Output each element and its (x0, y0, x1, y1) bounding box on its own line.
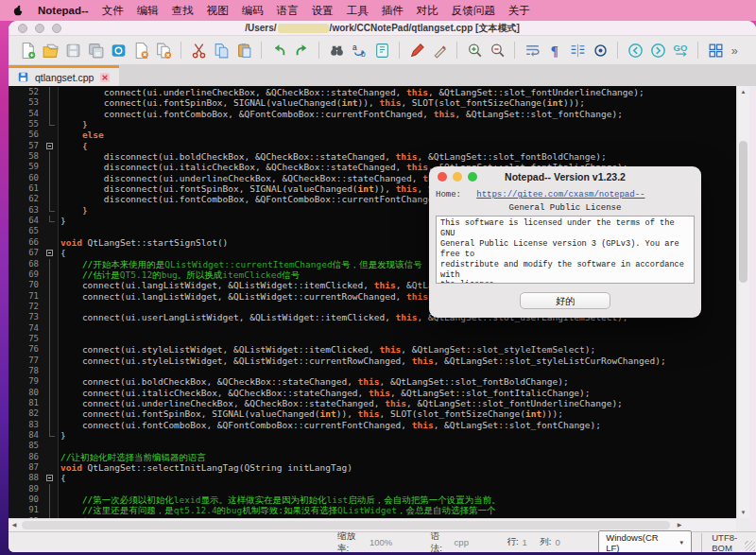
code-line-58[interactable]: 58 disconnect(ui.boldCheckBox, &QCheckBo… (9, 151, 736, 162)
code-line-57[interactable]: 57 { (9, 141, 736, 151)
code-line-85[interactable]: 85 (9, 441, 736, 451)
copy-icon[interactable] (213, 42, 231, 60)
window-title-mode: [文本模式] (472, 22, 519, 35)
code-line-83[interactable]: 83 connect(ui.fontComboBox, &QFontComboB… (9, 420, 736, 430)
show-symbol-icon[interactable]: ¶ (546, 42, 564, 60)
menu-item-11[interactable]: 反馈问题 (452, 4, 495, 18)
scroll-up-icon[interactable]: ▲ (737, 87, 749, 96)
fold-marker-icon[interactable] (43, 248, 59, 258)
close-button[interactable] (18, 24, 27, 33)
scroll-left-icon[interactable]: ◀ (9, 519, 20, 531)
code-line-90[interactable]: 90 //第一次必须以初始化lexid显示。这样做实在是因为初始化list启动后… (9, 494, 736, 505)
code-line-56[interactable]: 56 else (9, 130, 736, 140)
code-line-76[interactable]: 76 connect(ui.styleListWidget, &QListWid… (9, 344, 736, 355)
menu-item-12[interactable]: 关于 (508, 4, 530, 18)
window-title: /Users/ /work/CCNotePad/qtlangset.cpp [文… (245, 22, 520, 35)
line-number: 63 (9, 205, 43, 216)
code-line-89[interactable]: 89 (9, 484, 736, 494)
fold-guide (43, 237, 59, 248)
code-line-91[interactable]: 91 //这里还是有问题，是qt5.12.4的bug机制导致:如果没有选择QLi… (9, 505, 736, 515)
close-all-icon[interactable] (155, 42, 173, 60)
code-line-79[interactable]: 79 connect(ui.boldCheckBox, &QCheckBox::… (9, 376, 736, 387)
forward-icon[interactable] (649, 42, 667, 60)
code-line-77[interactable]: 77 connect(ui.styleListWidget, &QListWid… (9, 356, 736, 366)
menu-item-6[interactable]: 语言 (277, 4, 299, 18)
window-title-bar[interactable]: /Users/ /work/CCNotePad/qtlangset.cpp [文… (9, 21, 756, 36)
undo-icon[interactable] (270, 42, 288, 60)
zoom-out-icon[interactable] (489, 42, 507, 60)
find-icon[interactable] (328, 42, 346, 60)
fold-marker-icon[interactable] (43, 473, 59, 483)
code-line-86[interactable]: 86//让初始化时选择当前编辑器的语言 (9, 452, 736, 462)
tab-qtlangset[interactable]: qtlangset.cpp (9, 65, 119, 86)
eol-select[interactable]: Windows(CR LF) ▼ (598, 530, 692, 553)
code-line-88[interactable]: 88{ (9, 473, 736, 483)
indent-guide-icon[interactable] (569, 42, 587, 60)
menu-item-8[interactable]: 工具 (347, 4, 369, 18)
tab-close-icon[interactable] (99, 72, 111, 83)
replace-icon[interactable]: ab (351, 42, 369, 60)
ok-button[interactable]: 好的 (520, 292, 610, 309)
menu-item-10[interactable]: 对比 (417, 4, 438, 18)
menu-item-2[interactable]: 编辑 (137, 4, 159, 18)
cut-icon[interactable] (190, 42, 208, 60)
menu-app-name[interactable]: Notepad-- (38, 5, 89, 16)
dialog-zoom-button[interactable] (468, 172, 477, 182)
vertical-scrollbar[interactable]: ▲ ▼ (736, 86, 749, 518)
zoom-in-icon[interactable] (466, 42, 484, 60)
apple-logo-icon[interactable] (11, 4, 25, 18)
code-line-78[interactable]: 78 (9, 366, 736, 376)
mark-icon[interactable] (373, 42, 391, 60)
goto-line-icon[interactable]: GO (672, 42, 690, 60)
fold-guide (43, 376, 59, 387)
open-file-icon[interactable] (42, 42, 60, 60)
dialog-close-button[interactable] (438, 172, 447, 182)
horizontal-scroll-thumb[interactable] (22, 521, 670, 529)
menu-item-3[interactable]: 查找 (172, 4, 194, 18)
menu-item-7[interactable]: 设置 (312, 4, 334, 18)
code-line-84[interactable]: 84} (9, 430, 736, 441)
code-line-52[interactable]: 52 connect(ui.underlineCheckBox, &QCheck… (9, 87, 736, 97)
code-line-75[interactable]: 75 (9, 334, 736, 344)
fold-marker-icon[interactable] (43, 141, 59, 151)
menu-item-5[interactable]: 编码 (242, 4, 264, 18)
code-line-82[interactable]: 82 connect(ui.fontSpinBox, SIGNAL(valueC… (9, 408, 736, 419)
code-line-80[interactable]: 80 connect(ui.italicCheckBox, &QCheckBox… (9, 388, 736, 398)
paste-icon[interactable] (235, 42, 253, 60)
home-link[interactable]: https://gitee.com/cxasm/notepad-- (476, 190, 644, 199)
marker-icon[interactable] (408, 42, 426, 60)
locate-icon[interactable] (592, 42, 610, 60)
code-line-81[interactable]: 81 connect(ui.underlineCheckBox, &QCheck… (9, 398, 736, 408)
window-title-path: /work/CCNotePad/qtlangset.cpp (330, 23, 473, 33)
zoom-button[interactable] (52, 24, 61, 33)
resize-grip[interactable] (745, 541, 755, 551)
menu-item-9[interactable]: 插件 (382, 4, 404, 18)
redo-icon[interactable] (293, 42, 311, 60)
more-icon[interactable]: » (729, 42, 747, 60)
code-line-55[interactable]: 55 } (9, 119, 736, 130)
dialog-minimize-button[interactable] (453, 172, 462, 182)
menu-item-4[interactable]: 视图 (207, 4, 229, 18)
toolbar-separator (261, 42, 262, 59)
scroll-down-icon[interactable]: ▼ (737, 508, 749, 517)
code-line-74[interactable]: 74 (9, 323, 736, 334)
line-number: 87 (9, 462, 43, 473)
capture-icon[interactable] (110, 42, 128, 60)
save-all-icon[interactable] (87, 42, 105, 60)
code-line-53[interactable]: 53 connect(ui.fontSpinBox, SIGNAL(valueC… (9, 97, 736, 108)
toolbar-separator (514, 42, 515, 59)
code-line-54[interactable]: 54 connect(ui.fontComboBox, &QFontComboB… (9, 109, 736, 119)
dialog-title-bar[interactable]: Notepad-- Version v1.23.2 (429, 166, 701, 187)
window-grid-icon[interactable] (707, 42, 725, 60)
code-line-87[interactable]: 87void QtLangSet::selectInitLangTag(QStr… (9, 462, 736, 473)
vertical-scroll-thumb[interactable] (739, 141, 747, 283)
erase-marker-icon[interactable] (431, 42, 449, 60)
minimize-button[interactable] (35, 24, 44, 33)
code-text: connect(ui.italicCheckBox, &QCheckBox::s… (59, 388, 591, 398)
close-file-icon[interactable] (132, 42, 150, 60)
word-wrap-icon[interactable] (524, 42, 541, 60)
menu-item-1[interactable]: 文件 (102, 4, 124, 18)
back-icon[interactable] (627, 42, 644, 60)
new-file-icon[interactable] (19, 42, 37, 60)
save-icon[interactable] (64, 42, 82, 60)
